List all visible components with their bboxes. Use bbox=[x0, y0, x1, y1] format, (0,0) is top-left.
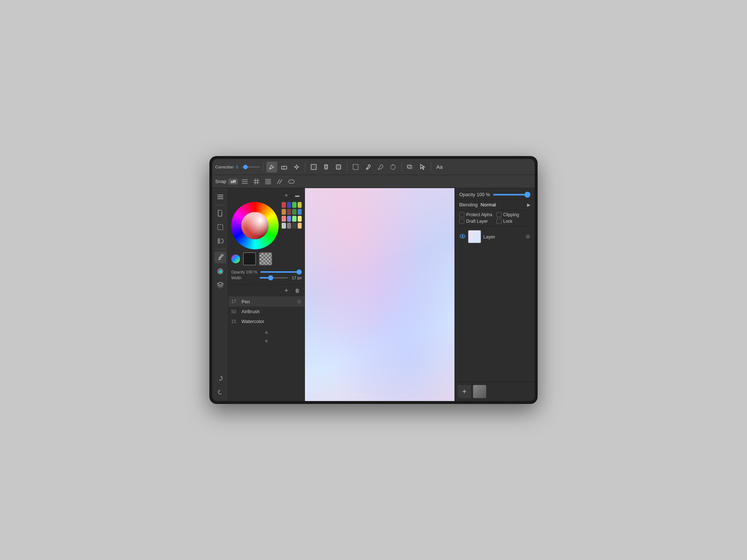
swatch-7[interactable] bbox=[298, 209, 302, 215]
width-fill bbox=[260, 277, 268, 279]
color-sidebar-button[interactable] bbox=[214, 265, 226, 277]
swatch-9[interactable] bbox=[287, 216, 291, 222]
clipping-checkbox[interactable] bbox=[496, 212, 502, 217]
draft-layer-label: Draft Layer bbox=[466, 219, 488, 224]
bucket-tool-button[interactable] bbox=[321, 162, 332, 172]
toolbar-separator-5 bbox=[431, 163, 431, 171]
cursor-tool-button[interactable] bbox=[417, 162, 428, 172]
svg-line-26 bbox=[277, 179, 280, 184]
brush-item-pen[interactable]: 17 Pen ⚙ bbox=[228, 296, 305, 307]
transform-sidebar-button[interactable] bbox=[214, 235, 226, 247]
layers-sidebar-button[interactable] bbox=[214, 279, 226, 291]
swatch-1[interactable] bbox=[287, 202, 291, 208]
remove-swatch-button[interactable]: ▬ bbox=[293, 191, 302, 200]
protect-alpha-checkbox[interactable] bbox=[459, 212, 464, 217]
eyedropper-button[interactable] bbox=[363, 162, 374, 172]
eraser-tool-button[interactable] bbox=[279, 162, 290, 172]
layer-thumb-small[interactable] bbox=[473, 385, 486, 398]
width-value: 17 px bbox=[291, 276, 302, 280]
add-layer-button[interactable]: + bbox=[458, 385, 471, 398]
snap-parallel-button[interactable] bbox=[275, 177, 285, 186]
snap-off-button[interactable]: off bbox=[228, 179, 238, 184]
redo-button[interactable] bbox=[214, 373, 226, 384]
canvas-artwork: ★ bbox=[305, 188, 454, 401]
menu-button[interactable] bbox=[214, 191, 226, 203]
protect-alpha-option[interactable]: Protect Alpha bbox=[459, 212, 494, 217]
draft-layer-checkbox[interactable] bbox=[459, 219, 464, 224]
width-thumb bbox=[268, 275, 273, 280]
draft-layer-option[interactable]: Draft Layer bbox=[459, 219, 494, 224]
width-slider[interactable] bbox=[260, 277, 288, 279]
brush-nav-down[interactable]: ▼ bbox=[262, 337, 272, 345]
swatch-14[interactable] bbox=[292, 223, 297, 229]
svg-rect-33 bbox=[220, 210, 222, 212]
svg-rect-14 bbox=[409, 166, 413, 169]
clipping-option[interactable]: Clipping bbox=[496, 212, 531, 217]
lock-label: Lock bbox=[503, 219, 512, 224]
blending-mode-value[interactable]: Normal bbox=[481, 202, 524, 207]
brush-list-header: + 🗑 bbox=[228, 284, 305, 296]
width-label: Width bbox=[231, 276, 257, 280]
brush-list-nav: ▲ ▼ bbox=[228, 326, 305, 347]
layer-move-button[interactable] bbox=[405, 162, 415, 172]
layer-eye-icon[interactable] bbox=[459, 233, 466, 241]
pen-gear-icon[interactable]: ⚙ bbox=[297, 299, 302, 304]
pen-tool-button[interactable] bbox=[266, 162, 277, 172]
transform-tool-button[interactable] bbox=[291, 162, 302, 172]
snap-grid-button[interactable] bbox=[252, 177, 261, 186]
brush-item-watercolor[interactable]: 15 Watercolor bbox=[228, 316, 305, 326]
snap-label: Snap bbox=[215, 179, 226, 184]
swatch-15[interactable] bbox=[298, 223, 302, 229]
lock-option[interactable]: Lock bbox=[496, 219, 531, 224]
layer-name-text: Layer bbox=[483, 234, 523, 240]
swatch-13[interactable] bbox=[287, 223, 291, 229]
swatch-5[interactable] bbox=[287, 209, 291, 215]
layer-opacity-slider[interactable] bbox=[493, 194, 530, 195]
swatch-10[interactable] bbox=[292, 216, 297, 222]
canvas-area[interactable]: ★ bbox=[305, 188, 454, 401]
undo-button[interactable] bbox=[214, 386, 226, 398]
select-tool-button[interactable] bbox=[214, 221, 226, 233]
add-swatch-button[interactable]: + bbox=[282, 191, 291, 200]
blending-arrow-icon: ▶ bbox=[527, 202, 530, 207]
correction-slider[interactable] bbox=[242, 166, 260, 168]
toolbar-separator-2 bbox=[305, 163, 305, 171]
swatch-6[interactable] bbox=[292, 209, 297, 215]
lock-checkbox[interactable] bbox=[496, 219, 502, 224]
palette-button[interactable] bbox=[231, 254, 240, 263]
select-pen-button[interactable] bbox=[375, 162, 386, 172]
brush-item-airbrush[interactable]: 50 AirBrush bbox=[228, 307, 305, 316]
tone-tool-button[interactable] bbox=[333, 162, 344, 172]
brush-nav-up[interactable]: ▲ bbox=[262, 328, 272, 336]
select-rect-button[interactable] bbox=[350, 162, 361, 172]
swatch-3[interactable] bbox=[298, 202, 302, 208]
layer-settings-icon[interactable]: ⚙ bbox=[526, 234, 530, 240]
swatch-0[interactable] bbox=[282, 202, 286, 208]
layer-item-1[interactable]: Layer ⚙ bbox=[457, 229, 533, 245]
opacity-row: Opacity 100 % bbox=[231, 270, 302, 274]
background-color[interactable] bbox=[259, 252, 272, 265]
layer-options: Protect Alpha Clipping Draft Layer Lock bbox=[455, 210, 535, 226]
color-section: + ▬ bbox=[228, 188, 305, 268]
delete-brush-button[interactable]: 🗑 bbox=[293, 286, 302, 295]
swatch-4[interactable] bbox=[282, 209, 286, 215]
text-tool-button[interactable]: Aa bbox=[434, 162, 445, 172]
new-file-button[interactable] bbox=[214, 207, 226, 219]
svg-point-3 bbox=[295, 166, 298, 168]
swatch-8[interactable] bbox=[282, 216, 286, 222]
protect-alpha-label: Protect Alpha bbox=[466, 212, 492, 217]
swatch-11[interactable] bbox=[298, 216, 302, 222]
swatch-2[interactable] bbox=[292, 202, 297, 208]
lasso-button[interactable] bbox=[387, 162, 398, 172]
foreground-color[interactable] bbox=[243, 252, 256, 265]
add-brush-button[interactable]: + bbox=[282, 286, 291, 295]
snap-lines-h-button[interactable] bbox=[263, 177, 273, 186]
snap-lines-button[interactable] bbox=[240, 177, 249, 186]
fill-tool-button[interactable] bbox=[308, 162, 319, 172]
opacity-slider[interactable] bbox=[260, 271, 302, 273]
snap-circle-button[interactable] bbox=[287, 177, 296, 186]
brush-sidebar-button[interactable] bbox=[214, 252, 226, 263]
clipping-label: Clipping bbox=[503, 212, 519, 217]
swatch-12[interactable] bbox=[282, 223, 286, 229]
color-wheel[interactable] bbox=[231, 202, 279, 249]
